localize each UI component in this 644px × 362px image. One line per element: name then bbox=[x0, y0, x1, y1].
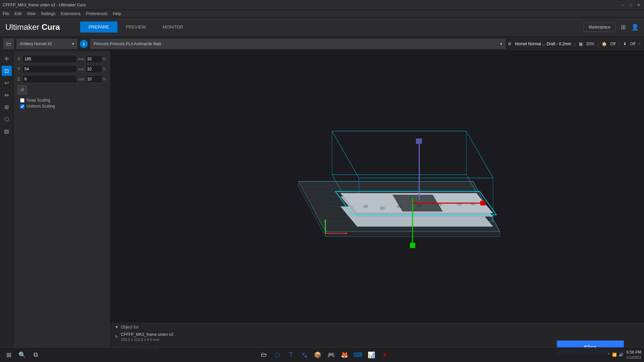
taskbar-teams[interactable]: T bbox=[285, 349, 297, 361]
titlebar: CFFFP_MK3_frame unten v2 - Ultimaker Cur… bbox=[0, 0, 644, 10]
support-tool[interactable]: ⬡ bbox=[2, 114, 12, 124]
logo-bold: Cura bbox=[42, 22, 60, 32]
taskbar-left: ⊞ 🔍 ⧉ bbox=[3, 349, 42, 361]
menu-extensions[interactable]: Extensions bbox=[61, 11, 80, 16]
infill-value: 20% bbox=[586, 42, 594, 46]
object-list-header[interactable]: ▼ Object list bbox=[115, 325, 640, 329]
settings-tool[interactable]: ▤ bbox=[2, 126, 12, 136]
scale-reset-button[interactable]: ↺ bbox=[17, 85, 27, 95]
printer-dropdown-icon: ▾ bbox=[72, 42, 74, 46]
menu-edit[interactable]: Edit bbox=[14, 11, 21, 16]
infill-icon: ▦ bbox=[579, 42, 583, 46]
grid-icon[interactable]: ⊞ bbox=[621, 23, 626, 31]
printer-toolbar: 🗁 Artillery Hornet #2 ▾ 1 Princore Princ… bbox=[0, 37, 644, 51]
taskbar-vscode[interactable]: ⌨ bbox=[352, 349, 364, 361]
mirror-tool[interactable]: ⇔ bbox=[2, 90, 12, 100]
menu-preferences[interactable]: Preferences bbox=[86, 11, 108, 16]
menu-view[interactable]: View bbox=[27, 11, 36, 16]
profile-name: Hornet Normal ... Draft - 0.2mm bbox=[515, 42, 571, 46]
left-panel: X mm % Y mm % Z mm % bbox=[13, 51, 111, 362]
taskbar-right: ⌃ 📶 🔊 6:56 PM 1/12/2022 bbox=[607, 350, 641, 360]
adhesion-value: Off bbox=[630, 42, 635, 46]
scale-z-input[interactable] bbox=[22, 75, 77, 83]
scale-z-unit: mm bbox=[77, 77, 86, 81]
taskbar-center: 🗁 ⬡ T 🐾 📦 🎮 🦊 ⌨ 📊 ● bbox=[42, 349, 607, 361]
material-select-value: Princore Princore PLA Anthracite Matt bbox=[94, 42, 161, 46]
adhesion-icon: ⬇ bbox=[623, 42, 627, 46]
taskbar-edge[interactable]: ⬡ bbox=[271, 349, 283, 361]
taskbar-gimp[interactable]: 🐾 bbox=[298, 349, 310, 361]
scale-y-row: Y mm % bbox=[17, 65, 106, 73]
taskbar-firefox[interactable]: 🦊 bbox=[338, 349, 351, 361]
scale-z-pct[interactable] bbox=[86, 75, 102, 83]
titlebar-title: CFFFP_MK3_frame unten v2 - Ultimaker Cur… bbox=[3, 3, 86, 7]
svg-point-34 bbox=[380, 206, 385, 210]
tray-volume[interactable]: 🔊 bbox=[619, 353, 624, 357]
menubar: File Edit View Settings Extensions Prefe… bbox=[0, 10, 644, 17]
scale-x-row: X mm % bbox=[17, 55, 106, 63]
taskbar-redhat[interactable]: ● bbox=[379, 349, 391, 361]
main-area: ✛ ⊡ ↩ ⇔ ⊞ ⬡ ▤ X mm % Y mm % bbox=[0, 51, 644, 362]
scene-svg bbox=[111, 51, 644, 362]
open-folder-button[interactable]: 🗁 bbox=[3, 39, 14, 49]
system-tray: ⌃ 📶 🔊 bbox=[607, 353, 624, 357]
settings-icon: ⚙ bbox=[508, 42, 512, 46]
clock[interactable]: 6:56 PM 1/12/2022 bbox=[626, 350, 641, 360]
marketplace-button[interactable]: Marketplace bbox=[584, 22, 615, 32]
logo-light: Ultimaker bbox=[5, 22, 42, 32]
svg-rect-46 bbox=[416, 138, 422, 144]
window-controls: ─ □ ✕ bbox=[620, 2, 641, 8]
tray-network[interactable]: 📶 bbox=[612, 353, 617, 357]
printer-select[interactable]: Artillery Hornet #2 ▾ bbox=[17, 39, 77, 49]
scale-y-unit: mm bbox=[77, 67, 86, 71]
scale-tool[interactable]: ⊡ bbox=[2, 66, 12, 76]
3d-viewport[interactable]: ▼ Object list ✎ CFFFP_MK3_frame unten v2… bbox=[111, 51, 644, 362]
support-icon: 🏠 bbox=[602, 42, 607, 46]
uniform-scaling-checkbox[interactable] bbox=[20, 104, 24, 109]
taskbar-app8[interactable]: 📊 bbox=[365, 349, 377, 361]
scale-y-label: Y bbox=[17, 67, 22, 71]
clock-time: 6:56 PM bbox=[626, 350, 641, 355]
menu-help[interactable]: Help bbox=[113, 11, 121, 16]
minimize-button[interactable]: ─ bbox=[620, 2, 625, 8]
tray-expand[interactable]: ⌃ bbox=[607, 353, 610, 357]
close-button[interactable]: ✕ bbox=[636, 2, 641, 8]
left-toolbar: ✛ ⊡ ↩ ⇔ ⊞ ⬡ ▤ bbox=[0, 51, 13, 362]
move-tool[interactable]: ✛ bbox=[2, 54, 12, 64]
account-icon[interactable]: 👤 bbox=[631, 23, 639, 31]
taskview-button[interactable]: ⧉ bbox=[30, 349, 42, 361]
tab-monitor[interactable]: MONITOR bbox=[154, 21, 192, 33]
start-button[interactable]: ⊞ bbox=[3, 349, 15, 361]
menu-file[interactable]: File bbox=[3, 11, 9, 16]
scale-y-pct[interactable] bbox=[86, 65, 102, 73]
material-dropdown-icon: ▾ bbox=[500, 42, 502, 46]
scale-reset-row: ↺ bbox=[17, 85, 106, 95]
scale-panel: X mm % Y mm % Z mm % bbox=[13, 51, 110, 114]
windows-taskbar: ⊞ 🔍 ⧉ 🗁 ⬡ T 🐾 📦 🎮 🦊 ⌨ 📊 ● ⌃ 📶 🔊 6:56 PM … bbox=[0, 347, 644, 362]
snap-scaling-label: Snap Scaling bbox=[26, 98, 50, 103]
scale-z-row: Z mm % bbox=[17, 75, 106, 83]
tab-prepare[interactable]: PREPARE bbox=[80, 21, 117, 33]
uniform-scaling-label: Uniform Scaling bbox=[26, 104, 55, 109]
object-item-details: CFFFP_MK3_frame unten v2 190.1 x 123.0 x… bbox=[121, 332, 173, 342]
material-select[interactable]: Princore Princore PLA Anthracite Matt ▾ bbox=[91, 39, 505, 49]
tab-preview[interactable]: PREVIEW bbox=[117, 21, 154, 33]
undo-tool[interactable]: ↩ bbox=[2, 78, 12, 88]
nozzle-indicator[interactable]: 1 bbox=[80, 40, 88, 48]
profile-area: ⚙ Hornet Normal ... Draft - 0.2mm | ▦ 20… bbox=[508, 42, 641, 46]
scale-y-input[interactable] bbox=[22, 65, 77, 73]
taskbar-steam[interactable]: 🎮 bbox=[325, 349, 337, 361]
snap-scaling-checkbox[interactable] bbox=[20, 98, 24, 103]
printer-select-value: Artillery Hornet #2 bbox=[20, 42, 52, 46]
taskbar-files[interactable]: 🗁 bbox=[258, 349, 270, 361]
menu-settings[interactable]: Settings bbox=[41, 11, 55, 16]
arrange-tool[interactable]: ⊞ bbox=[2, 102, 12, 112]
taskbar-winrar[interactable]: 📦 bbox=[312, 349, 324, 361]
svg-point-33 bbox=[363, 205, 368, 208]
object-dims: 190.1 x 123.0 x 6.0 mm bbox=[121, 338, 173, 342]
search-button[interactable]: 🔍 bbox=[16, 349, 28, 361]
svg-marker-28 bbox=[332, 131, 493, 178]
restore-button[interactable]: □ bbox=[628, 2, 633, 8]
scale-x-input[interactable] bbox=[22, 55, 77, 63]
scale-x-pct[interactable] bbox=[86, 55, 102, 63]
